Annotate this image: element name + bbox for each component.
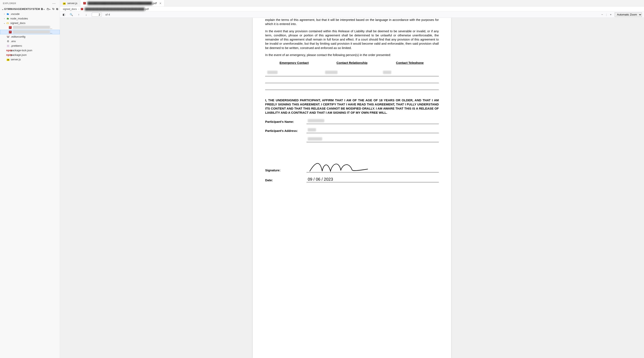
- tab-server-js[interactable]: JS server.js: [60, 0, 80, 6]
- new-file-icon[interactable]: 🗎₊: [41, 8, 45, 11]
- label-date: Date:: [265, 178, 306, 182]
- label-signature: Signature:: [265, 168, 306, 172]
- zoom-in-icon[interactable]: +: [609, 13, 612, 16]
- tab-pdf[interactable]: 🅿 ██████████████████████████████████.pdf…: [80, 0, 164, 6]
- pdf-icon: 🅿: [8, 30, 12, 34]
- project-name: GYMMANAGEMENTSYSTEM: [4, 8, 41, 10]
- zoom-out-icon[interactable]: −: [600, 13, 604, 16]
- contacts-header-relationship: Contact Relationship: [323, 61, 381, 65]
- js-icon: JS: [63, 2, 66, 5]
- breadcrumb: signed_docs › 🅿 ████████████████████████…: [60, 6, 644, 12]
- editorconfig-icon: 🐭: [6, 35, 10, 38]
- tree-file-pdf1[interactable]: 🅿 ...: [0, 25, 60, 30]
- tab-label: ██████████████████████████████████.pdf: [88, 2, 157, 5]
- tree-file-package-json[interactable]: npm package.json: [0, 52, 60, 57]
- field-date: 09 / 06 / 2023: [306, 176, 439, 182]
- chevron-down-icon: ⌄: [1, 8, 4, 10]
- sidebar-toggle-icon[interactable]: ◧: [62, 13, 66, 16]
- project-header[interactable]: ⌄ GYMMANAGEMENTSYSTEM 🗎₊ 🗀₊ ↻ ⧉: [0, 6, 60, 12]
- contacts-header-emergency: Emergency Contact: [265, 61, 323, 65]
- pdf-viewport[interactable]: explain the terms of this agreement, but…: [60, 18, 644, 358]
- pdf-icon: 🅿: [83, 2, 86, 5]
- page-input[interactable]: [92, 12, 102, 17]
- pdf-page: explain the terms of this agreement, but…: [253, 18, 451, 358]
- prev-page-icon[interactable]: ↑: [77, 13, 80, 16]
- chevron-down-icon: ⌄: [3, 22, 6, 24]
- tree-file-package-lock[interactable]: npm package-lock.json: [0, 48, 60, 52]
- explorer-more-icon[interactable]: ⋯: [51, 2, 57, 5]
- chevron-right-icon: ›: [3, 12, 6, 15]
- tree-file-prettierrc[interactable]: ▤ .prettierrc: [0, 44, 60, 48]
- doc-paragraph: explain the terms of this agreement, but…: [265, 18, 439, 26]
- field-participant-address-2: [306, 137, 439, 142]
- pdf-toolbar: ◧ 🔍 ↑ ↓ of 4 − | + Automatic Zoom: [60, 12, 644, 18]
- doc-paragraph: In the event that any provision containe…: [265, 29, 439, 50]
- tree-file-pdf2[interactable]: 🅿 ...: [0, 30, 60, 34]
- folder-open-icon: 🗁: [6, 22, 10, 24]
- new-folder-icon[interactable]: 🗀₊: [46, 8, 51, 11]
- doc-paragraph: In the event of an emergency, please con…: [265, 53, 439, 57]
- refresh-icon[interactable]: ↻: [52, 8, 54, 11]
- tree-folder-vscode[interactable]: › 🖿 .vscode: [0, 12, 60, 16]
- contacts-header-telephone: Contact Telephone: [381, 61, 439, 65]
- chevron-right-icon: ›: [78, 8, 79, 10]
- contact-row: [265, 82, 439, 83]
- field-signature: [306, 157, 439, 172]
- explorer-sidebar: EXPLORER ⋯ ⌄ GYMMANAGEMENTSYSTEM 🗎₊ 🗀₊ ↻…: [0, 0, 60, 358]
- folder-icon: 🖿: [6, 12, 10, 16]
- field-participant-address: [306, 128, 439, 133]
- tree-file-server-js[interactable]: JS server.js: [0, 57, 60, 62]
- search-icon[interactable]: 🔍: [70, 13, 73, 16]
- contact-row: [265, 89, 439, 90]
- collapse-all-icon[interactable]: ⧉: [56, 8, 58, 11]
- prettier-icon: ▤: [6, 44, 10, 47]
- tree-file-env[interactable]: ⚙ .env: [0, 39, 60, 44]
- tree-folder-node-modules[interactable]: › 🖿 node_modules: [0, 16, 60, 21]
- tree-file-editorconfig[interactable]: 🐭 .editorconfig: [0, 34, 60, 39]
- zoom-select[interactable]: Automatic Zoom: [615, 12, 642, 17]
- page-count: of 4: [106, 13, 110, 16]
- breadcrumb-folder[interactable]: signed_docs: [63, 8, 77, 10]
- next-page-icon[interactable]: ↓: [84, 13, 88, 16]
- breadcrumb-file[interactable]: ██████████████████████████████████.pdf: [85, 8, 148, 10]
- pdf-icon: 🅿: [81, 8, 83, 10]
- npm-icon: npm: [6, 49, 10, 52]
- doc-affirmation: I, THE UNDERSIGNED PARTICIPANT, AFFIRM T…: [265, 98, 439, 115]
- explorer-title: EXPLORER: [3, 2, 16, 4]
- field-participant-name: [306, 119, 439, 124]
- close-icon[interactable]: ×: [158, 2, 161, 5]
- label-participant-name: Participant's Name:: [265, 120, 306, 124]
- contact-row: [265, 71, 439, 76]
- editor-tabs: JS server.js 🅿 █████████████████████████…: [60, 0, 644, 6]
- file-tree: › 🖿 .vscode › 🖿 node_modules ⌄ 🗁 signed_…: [0, 12, 60, 62]
- pdf-icon: 🅿: [8, 26, 12, 29]
- gear-icon: ⚙: [6, 40, 10, 43]
- label-participant-address: Participant's Address:: [265, 129, 306, 133]
- tab-label: server.js: [68, 2, 77, 5]
- tree-folder-signed-docs[interactable]: ⌄ 🗁 signed_docs: [0, 21, 60, 25]
- chevron-right-icon: ›: [3, 17, 6, 20]
- npm-icon: npm: [6, 53, 10, 56]
- folder-icon: 🖿: [6, 17, 10, 20]
- js-icon: JS: [6, 58, 10, 61]
